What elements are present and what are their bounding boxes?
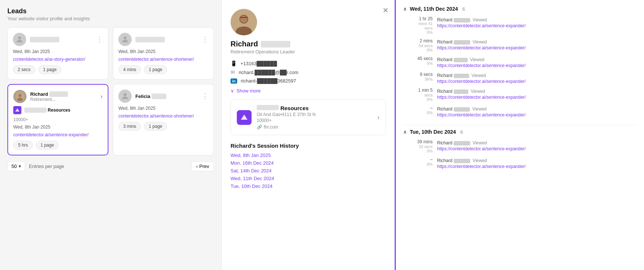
card-link-richard[interactable]: contentdetector.ai/sentence-expander/	[13, 132, 89, 137]
activity-link-0-3[interactable]: https://contentdetector.ai/sentence-expa…	[437, 79, 637, 84]
phone-row: 📱 +13163██████	[231, 60, 386, 66]
company-logo	[237, 110, 252, 125]
activity-row-0-5: – 0% Richard Viewed https://contentdetec…	[403, 105, 637, 118]
activity-content-0-4: Richard Viewed https://contentdetector.a…	[437, 88, 637, 100]
card-menu-2[interactable]: ⋮	[202, 35, 208, 43]
company-icon-richard	[13, 106, 21, 114]
card-link-felicia[interactable]: contentdetector.ai/sentence-shortener/	[118, 113, 194, 119]
lead-card-felicia[interactable]: Felicia ⋮ Wed, 8th Jan 2025 contentdetec…	[113, 84, 214, 155]
profile-avatar	[231, 9, 257, 35]
card-chevron-richard: ›	[101, 93, 103, 100]
company-name-richard: Resources	[24, 108, 70, 113]
close-button[interactable]: ✕	[382, 6, 389, 15]
activity-time-1-0: 39 mins 33 secs 0%	[403, 139, 433, 153]
company-employees: 10000+	[257, 118, 372, 123]
per-page-value: 50	[11, 164, 17, 169]
company-info: Resources Oil And Gas•4111 E 37th St N 1…	[257, 105, 372, 130]
session-date-1[interactable]: Mon, 16th Dec 2024	[231, 160, 386, 166]
card-page-felicia: 1 page	[144, 122, 167, 131]
activity-row-0-1: 2 mins 54 secs 0% Richard Viewed https:/…	[403, 38, 637, 52]
activity-panel: ∧ Wed, 11th Dec 2024 6 1 hr 25 mins 41 s…	[395, 0, 644, 270]
prev-button[interactable]: ‹ Prev	[191, 161, 214, 171]
card-time-felicia: 3 mins	[118, 122, 141, 131]
profile-role: Retirement Operations Leader	[231, 49, 295, 55]
chevron-down-icon: ∨	[231, 88, 234, 94]
per-page-select[interactable]: 50 ▾	[7, 161, 25, 171]
card-link-1[interactable]: contentdetector.ai/ai-story-generator/	[13, 57, 85, 62]
activity-time-0-3: 9 secs 36%	[403, 72, 433, 81]
email-icon: ✉	[231, 69, 235, 75]
card-time-1: 2 secs	[13, 65, 35, 74]
linkedin-value: richard-██████3682597	[241, 78, 296, 84]
card-date-2: Wed, 8th Jan 2025	[118, 49, 208, 54]
lead-card-1[interactable]: ⋮ Wed, 8th Jan 2025 contentdetector.ai/a…	[7, 27, 108, 80]
pagination-row: 50 ▾ Entries per page ‹ Prev	[7, 161, 214, 171]
day-header-0: ∧ Wed, 11th Dec 2024 6	[403, 6, 637, 12]
session-history-title: Richard's Session History	[231, 143, 386, 149]
activity-link-1-0[interactable]: https://contentdetector.ai/sentence-expa…	[437, 146, 637, 151]
day-header-1: ∧ Tue, 10th Dec 2024 6	[403, 129, 637, 135]
lead-card-2[interactable]: ⋮ Wed, 8th Jan 2025 contentdetector.ai/s…	[113, 27, 214, 80]
email-value: richard.██████@██r.com	[239, 70, 298, 75]
activity-link-0-4[interactable]: https://contentdetector.ai/sentence-expa…	[437, 95, 637, 100]
card-page-1: 1 page	[38, 65, 62, 74]
card-link-2[interactable]: contentdetector.ai/sentence-shortener/	[118, 57, 194, 62]
phone-icon: 📱	[231, 60, 237, 66]
session-history: Richard's Session History Wed, 8th Jan 2…	[231, 143, 386, 189]
collapse-icon-1[interactable]: ∧	[403, 129, 407, 135]
activity-row-1-0: 39 mins 33 secs 0% Richard Viewed https:…	[403, 139, 637, 153]
svg-point-5	[124, 93, 127, 96]
collapse-icon-0[interactable]: ∧	[403, 6, 407, 12]
svg-point-0	[18, 36, 21, 39]
card-page-richard: 1 page	[36, 141, 59, 150]
card-time-2: 4 mins	[118, 65, 141, 74]
avatar-felicia	[118, 90, 132, 103]
card-name-1	[30, 37, 59, 42]
card-menu-1[interactable]: ⋮	[96, 35, 103, 43]
svg-point-1	[124, 36, 127, 39]
svg-point-9	[240, 15, 247, 23]
day-section-1: ∧ Tue, 10th Dec 2024 6 39 mins 33 secs 0…	[403, 129, 637, 169]
activity-content-0-1: Richard Viewed https://contentdetector.a…	[437, 38, 637, 50]
card-name-felicia: Felicia	[135, 94, 166, 99]
activity-link-0-1[interactable]: https://contentdetector.ai/sentence-expa…	[437, 45, 637, 50]
company-card-sub: Oil And Gas•4111 E 37th St N	[257, 112, 372, 117]
lead-card-richard[interactable]: Richard Retirement... › Resources 10000+…	[7, 84, 108, 155]
linkedin-row: in richard-██████3682597	[231, 78, 386, 84]
card-employees-richard: 10000+	[13, 117, 103, 122]
leads-panel: Leads Your website visitor profile and i…	[0, 0, 221, 270]
activity-time-1-1: – 0%	[403, 157, 433, 166]
day-title-0: Wed, 11th Dec 2024	[410, 6, 458, 12]
session-date-0[interactable]: Wed, 8th Jan 2025	[231, 152, 386, 158]
card-menu-felicia[interactable]: ⋮	[202, 92, 208, 100]
avatar-1	[13, 33, 26, 46]
activity-content-0-5: Richard Viewed https://contentdetector.a…	[437, 105, 637, 118]
company-card[interactable]: Resources Oil And Gas•4111 E 37th St N 1…	[231, 99, 386, 135]
card-name-richard: Richard	[30, 91, 68, 97]
profile-header: Richard Retirement Operations Leader	[231, 9, 386, 55]
show-more-button[interactable]: ∨ Show more	[231, 88, 261, 94]
activity-link-0-0[interactable]: https://contentdetector.ai/sentence-expa…	[437, 23, 637, 28]
linkedin-icon: in	[231, 78, 237, 84]
card-name-2	[135, 37, 165, 42]
cards-grid: ⋮ Wed, 8th Jan 2025 contentdetector.ai/a…	[7, 27, 214, 155]
svg-point-3	[18, 94, 21, 97]
session-date-3[interactable]: Wed, 11th Dec 2024	[231, 176, 386, 181]
activity-link-0-2[interactable]: https://contentdetector.ai/sentence-expa…	[437, 63, 637, 68]
avatar-2	[118, 33, 132, 46]
show-more-label: Show more	[236, 88, 261, 94]
company-chevron-icon: ›	[377, 113, 380, 121]
activity-content-0-0: Richard Viewed https://contentdetector.a…	[437, 16, 637, 28]
prev-label: Prev	[199, 164, 209, 169]
activity-time-0-2: 45 secs 5%	[403, 56, 433, 66]
day-count-0: 6	[462, 6, 465, 12]
card-date-richard: Wed, 8th Jan 2025	[13, 125, 103, 130]
activity-link-0-5[interactable]: https://contentdetector.ai/sentence-expa…	[437, 112, 637, 118]
activity-link-1-1[interactable]: https://contentdetector.ai/sentence-expa…	[437, 164, 637, 169]
svg-rect-10	[240, 17, 247, 18]
day-title-1: Tue, 10th Dec 2024	[410, 129, 456, 135]
session-date-2[interactable]: Sat, 14th Dec 2024	[231, 168, 386, 173]
activity-row-0-2: 45 secs 5% Richard Viewed https://conten…	[403, 56, 637, 68]
email-row: ✉ richard.██████@██r.com	[231, 69, 386, 75]
session-date-4[interactable]: Tue, 10th Dec 2024	[231, 183, 386, 189]
